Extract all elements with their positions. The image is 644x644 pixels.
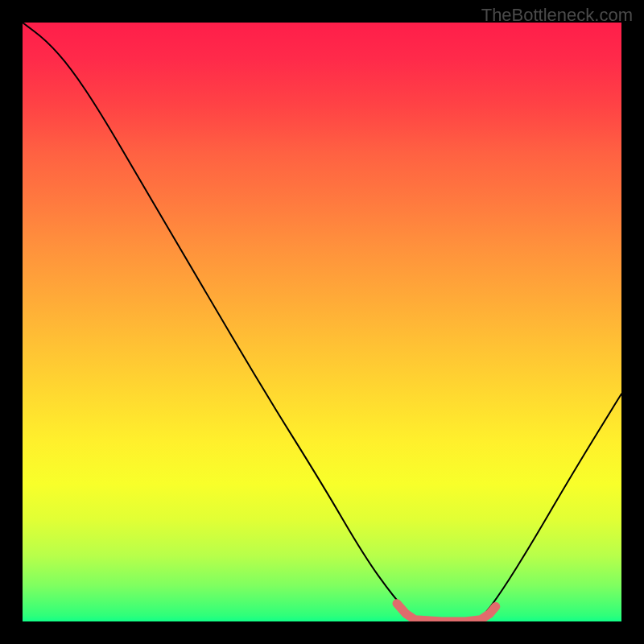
highlight-segment bbox=[397, 604, 496, 621]
main-curve bbox=[23, 23, 621, 621]
watermark-text: TheBottleneck.com bbox=[481, 5, 633, 26]
chart-plot-area bbox=[23, 23, 621, 621]
chart-lines bbox=[23, 23, 621, 621]
